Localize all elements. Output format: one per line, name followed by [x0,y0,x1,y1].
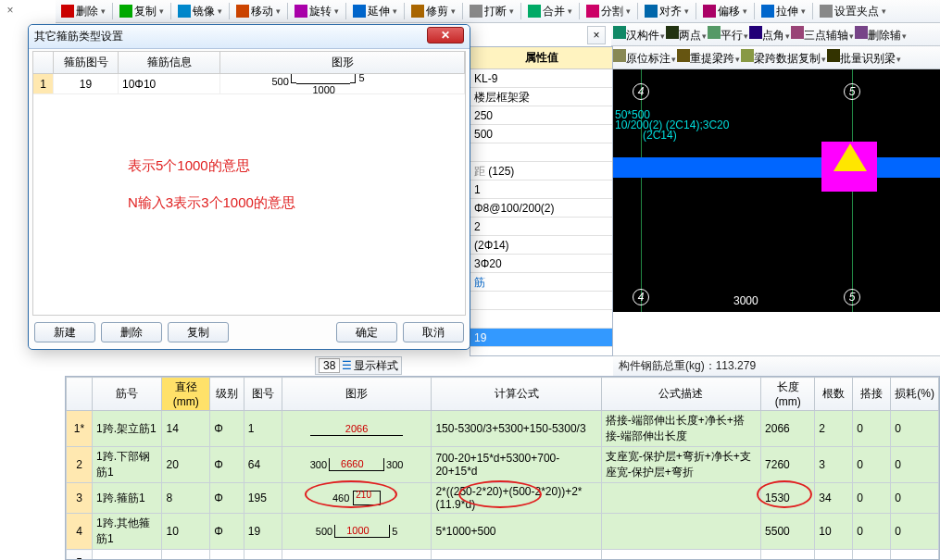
tb-两点[interactable]: 两点▾ [666,26,707,44]
tb-批量识别梁[interactable]: 批量识别梁▾ [827,49,901,67]
grid-header-c9[interactable]: 根数 [815,378,853,411]
grid-header-c3[interactable]: 级别 [210,378,244,411]
prop-row-1[interactable]: 楼层框架梁 [470,88,612,106]
cancel-button[interactable]: 取消 [403,322,464,342]
grid-header-c10[interactable]: 搭接 [853,378,891,411]
annotation-1: 表示5个1000的意思 [128,157,250,175]
grid-row-5[interactable]: 5 [67,550,939,561]
node-5-bot: 5 [844,289,860,305]
grid-header-c4[interactable]: 图号 [244,378,282,411]
prop-row-4[interactable] [470,143,612,162]
aux-toolbar-a: 汉构件▾两点▾平行▾点角▾三点辅轴▾删除辅▾ [611,23,940,46]
prop-row-9[interactable]: (2Φ14) [470,236,612,255]
tb-延伸[interactable]: 延伸▾ [349,2,401,21]
grid-header-c7[interactable]: 公式描述 [601,378,760,411]
node-5-top: 5 [844,83,860,100]
prop-row-2[interactable]: 250 [470,106,612,125]
tb-删除[interactable]: 删除▾ [57,2,109,21]
ok-button[interactable]: 确定 [336,322,397,342]
grid-header-c2[interactable]: 直径(mm) [162,378,210,411]
prop-row-12[interactable] [470,292,612,310]
tb-分割[interactable]: 分割▾ [583,2,634,21]
dimension-label: 3000 [733,294,758,307]
prop-row-0[interactable]: KL-9 [470,69,612,88]
stirrup-type-dialog: 其它箍筋类型设置 ✕ 箍筋图号 箍筋信息 图形 1 19 10Φ10 500 1… [28,24,470,350]
panel-close-icon[interactable]: × [587,26,606,44]
tb-三点辅轴[interactable]: 三点辅轴▾ [791,26,854,44]
prop-row-14[interactable]: 19 [470,329,612,347]
new-button[interactable]: 新建 [34,322,95,342]
tb-对齐[interactable]: 对齐▾ [641,2,693,21]
grid-row-2[interactable]: 21跨.下部钢筋120Φ643006660300700-20+15*d+5300… [67,447,939,483]
rebar-grid[interactable]: 筋号直径(mm)级别图号图形计算公式公式描述长度(mm)根数搭接损耗(%) 1*… [65,376,940,560]
prop-row-7[interactable]: Φ8@100/200(2) [470,199,612,218]
grid-header-c8[interactable]: 长度(mm) [761,378,815,411]
dlg-col-figno[interactable]: 箍筋图号 [54,52,119,73]
tb-删除辅[interactable]: 删除辅▾ [855,26,907,44]
dialog-close-button[interactable]: ✕ [427,27,464,44]
property-header: 属性值 [470,47,612,69]
status-bar: 构件钢筋总重(kg)：113.279 [613,355,940,376]
dlg-shape-cell[interactable]: 500 1000 5 [220,74,465,93]
prop-row-11[interactable]: 筋 [470,273,612,292]
grid-row-3[interactable]: 31跨.箍筋18Φ1954602102*((250-2*20)+(500-2*2… [67,483,939,514]
tb-镜像[interactable]: 镜像▾ [174,2,226,21]
grid-header-c11[interactable]: 损耗(%) [891,378,939,411]
section-label: 50*500 10/200(2) (2C14);3C20 (2C14) [615,110,729,141]
tb-合并[interactable]: 合并▾ [524,2,576,21]
dlg-row-1[interactable]: 1 19 10Φ10 500 1000 5 [33,74,465,94]
tb-梁跨数据复制[interactable]: 梁跨数据复制▾ [741,49,826,67]
prop-row-5[interactable]: 距 (125) [470,162,612,180]
annotation-2: N输入3表示3个1000的意思 [128,194,295,212]
grid-header-c1[interactable]: 筋号 [93,378,162,411]
main-toolbar: 删除▾复制▾镜像▾移动▾旋转▾延伸▾修剪▾打断▾合并▾分割▾对齐▾偏移▾拉伸▾设… [56,0,940,23]
grid-row-4[interactable]: 41跨.其他箍筋110Φ19500100055*1000+50055001000 [67,514,939,550]
tb-原位标注[interactable]: 原位标注▾ [613,49,676,67]
delete-button[interactable]: 删除 [101,322,162,342]
dlg-info-cell[interactable]: 10Φ10 [119,74,220,93]
style-toolbar: 38 ☰ 显示样式 [315,356,402,375]
grid-header-c0[interactable] [67,378,93,411]
grid-header-c5[interactable]: 图形 [282,378,432,411]
tb-旋转[interactable]: 旋转▾ [291,2,343,21]
tb-拉伸[interactable]: 拉伸▾ [758,2,809,21]
grid-header-c6[interactable]: 计算公式 [432,378,601,411]
dlg-figno-cell[interactable]: 19 [54,74,119,93]
dialog-title-bar[interactable]: 其它箍筋类型设置 ✕ [29,25,470,49]
tb-平行[interactable]: 平行▾ [708,26,748,44]
property-panel: 属性值 KL-9楼层框架梁250500距 (125)1Φ8@100/200(2)… [470,46,613,356]
node-4-top: 4 [633,83,649,100]
drawing-canvas[interactable]: 4 5 4 5 50*500 10/200(2) (2C14);3C20 (2C… [613,69,940,312]
prop-row-3[interactable]: 500 [470,125,612,143]
tb-复制[interactable]: 复制▾ [116,2,168,21]
dlg-col-shape[interactable]: 图形 [220,52,465,73]
prop-row-10[interactable]: 3Φ20 [470,255,612,273]
style-value[interactable]: 38 [319,358,340,373]
display-style-button[interactable]: 显示样式 [354,358,398,374]
tb-移动[interactable]: 移动▾ [232,2,284,21]
dialog-title: 其它箍筋类型设置 [34,29,123,44]
prop-row-8[interactable]: 2 [470,218,612,236]
prop-row-13[interactable] [470,310,612,329]
prop-row-6[interactable]: 1 [470,180,612,199]
tb-偏移[interactable]: 偏移▾ [699,2,751,21]
close-icon[interactable]: × [4,4,17,17]
tb-点角[interactable]: 点角▾ [749,26,790,44]
tb-汉构件[interactable]: 汉构件▾ [613,26,665,44]
tb-打断[interactable]: 打断▾ [466,2,518,21]
dlg-col-info[interactable]: 箍筋信息 [119,52,220,73]
grid-row-1*[interactable]: 1*1跨.架立筋114Φ12066150-5300/3+5300+150-530… [67,411,939,447]
node-4-bot: 4 [633,289,649,305]
tb-重提梁跨[interactable]: 重提梁跨▾ [677,49,740,67]
copy-button[interactable]: 复制 [168,322,229,342]
aux-toolbar-b: 原位标注▾重提梁跨▾梁跨数据复制▾批量识别梁▾ [611,46,940,69]
dlg-col-idx [33,52,54,73]
tb-修剪[interactable]: 修剪▾ [407,2,459,21]
tb-设置夹点[interactable]: 设置夹点▾ [816,2,890,21]
